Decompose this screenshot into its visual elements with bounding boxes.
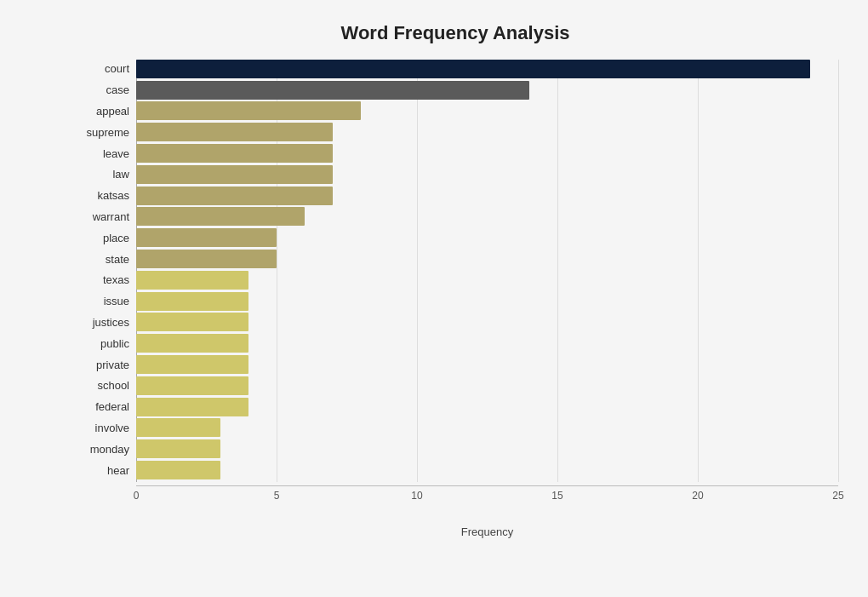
x-tick-label: 15 [551,490,562,502]
bar-label: katsas [72,189,136,202]
x-tick-label: 0 [134,490,140,502]
bar-label: texas [72,273,136,286]
bar-row: public [72,334,838,353]
bar-track [136,123,838,141]
bar-fill [136,313,248,331]
bar-track [136,60,838,78]
bar-track [136,144,838,163]
x-axis-label: Frequency [136,525,838,538]
bar-fill [136,123,333,141]
bar-row: involve [72,418,838,438]
bar-track [136,418,838,437]
bar-row: warrant [72,207,838,227]
bar-track [136,81,838,100]
bar-track [136,228,838,247]
bar-fill [136,187,333,205]
bar-track [136,439,838,458]
bar-fill [136,418,220,437]
bar-label: public [72,337,136,350]
bar-row: texas [72,270,838,290]
bar-track [136,187,838,205]
x-tick-label: 5 [274,490,280,502]
bar-label: school [72,379,136,392]
bar-fill [136,461,220,479]
bar-row: issue [72,291,838,311]
bar-track [136,313,838,331]
bar-row: private [72,355,838,375]
bar-fill [136,165,333,184]
bar-fill [136,271,248,290]
bar-fill [136,207,305,226]
bar-label: supreme [72,126,136,139]
bar-row: state [72,250,838,269]
bar-track [136,101,838,120]
bar-fill [136,144,333,163]
bar-fill [136,292,248,311]
bars-area: courtcaseappealsupremeleavelawkatsaswarr… [72,60,838,482]
bar-fill [136,81,529,100]
bar-track [136,398,838,416]
bar-label: private [72,359,136,371]
bar-label: appeal [72,105,136,118]
x-axis: 0510152025 Frequency [136,485,838,538]
bar-label: place [72,232,136,244]
bar-label: case [72,83,136,96]
bar-row: federal [72,397,838,416]
bar-rows: courtcaseappealsupremeleavelawkatsaswarr… [72,60,838,482]
bar-row: school [72,376,838,395]
bar-row: court [72,60,838,79]
bar-fill [136,228,277,247]
bar-row: katsas [72,186,838,205]
bar-label: federal [72,400,136,413]
bar-row: leave [72,144,838,164]
bar-row: hear [72,461,838,480]
bar-row: appeal [72,101,838,121]
bar-fill [136,334,248,353]
bar-label: monday [72,443,136,456]
bar-fill [136,101,361,120]
bar-row: place [72,228,838,248]
bar-fill [136,439,220,458]
bar-label: law [72,168,136,181]
bar-track [136,271,838,290]
x-tick-label: 25 [832,490,843,502]
bar-label: involve [72,422,136,434]
bar-track [136,461,838,479]
bar-label: justices [72,316,136,329]
x-ticks: 0510152025 [136,490,838,507]
bar-row: law [72,164,838,184]
bar-row: justices [72,313,838,332]
bar-fill [136,250,277,268]
bar-track [136,165,838,184]
bar-track [136,250,838,268]
bar-fill [136,60,810,78]
bar-track [136,292,838,311]
bar-track [136,355,838,374]
bar-row: supreme [72,123,838,142]
bar-track [136,376,838,395]
x-tick-label: 20 [692,490,703,502]
bar-label: state [72,253,136,266]
bar-row: monday [72,439,838,459]
bar-label: warrant [72,210,136,223]
bar-row: case [72,80,838,100]
bar-track [136,334,838,353]
grid-line [838,60,839,482]
x-tick-label: 10 [411,490,422,502]
bar-track [136,207,838,226]
bar-label: court [72,62,136,75]
bar-label: hear [72,464,136,477]
x-axis-line [136,485,838,486]
bar-label: issue [72,295,136,307]
chart-title: Word Frequency Analysis [72,22,838,44]
bar-label: leave [72,147,136,160]
bar-fill [136,376,248,395]
chart-container: Word Frequency Analysis courtcaseappeals… [4,5,864,593]
bar-fill [136,398,248,416]
bar-fill [136,355,248,374]
